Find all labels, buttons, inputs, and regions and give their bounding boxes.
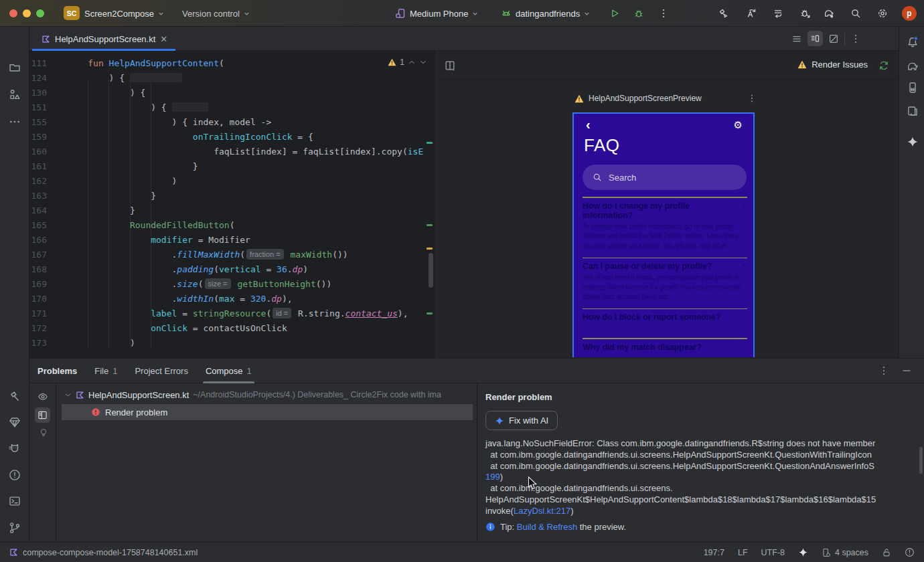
build-tool-icon[interactable] [9, 390, 21, 402]
preview-options-icon[interactable] [747, 94, 757, 103]
file-encoding[interactable]: UTF-8 [761, 548, 785, 557]
project-selector[interactable]: Screen2Compose [84, 0, 164, 27]
window-close-button[interactable] [9, 9, 17, 17]
line-number: 124 [29, 71, 47, 86]
faq-answer: To change your profile information, go t… [583, 222, 747, 252]
gemini-ai-icon[interactable] [907, 136, 919, 148]
run-configuration-selector[interactable]: datingandfriends [501, 0, 590, 27]
panel-options-icon[interactable] [878, 365, 889, 376]
faq-item[interactable]: Why did my match disappear?⌄ [583, 338, 747, 357]
prev-problem-icon[interactable] [408, 58, 416, 66]
gradle-tool-icon[interactable] [907, 60, 919, 72]
code-line: 160faqList[index] = faqList[index].copy(… [29, 145, 434, 159]
vcs-menu[interactable]: Version control [182, 0, 250, 27]
stack-trace-link[interactable]: LazyDsl.kt:217 [514, 506, 570, 516]
window-minimize-button[interactable] [23, 9, 31, 17]
details-scrollbar[interactable] [919, 447, 923, 474]
editor-tab[interactable]: HelpAndSupportScreen.kt ✕ [32, 27, 175, 51]
lightbulb-icon[interactable] [38, 428, 49, 438]
structure-tool-icon[interactable] [9, 88, 21, 100]
chevron-down-icon[interactable] [64, 391, 72, 399]
warning-icon [797, 60, 807, 69]
gradle-sync-icon[interactable] [824, 8, 834, 19]
notifications-icon[interactable] [907, 36, 919, 48]
line-separator[interactable]: LF [738, 548, 748, 557]
refresh-preview-icon[interactable] [878, 60, 889, 71]
avatar[interactable]: p [902, 6, 917, 21]
next-problem-icon[interactable] [419, 58, 427, 66]
render-issues-button[interactable]: Render Issues [797, 60, 868, 70]
window-zoom-button[interactable] [36, 9, 44, 17]
caret-position[interactable]: 197:7 [704, 548, 724, 557]
render-problem-row[interactable]: Render problem [62, 404, 473, 420]
folded-region[interactable] [172, 102, 208, 112]
more-tool-windows-icon[interactable] [9, 116, 21, 128]
inspection-widget[interactable]: 1 [388, 58, 427, 67]
fix-with-ai-button[interactable]: Fix with AI [485, 411, 558, 430]
faq-item[interactable]: How do I change my profile information?⌃… [583, 197, 747, 252]
indent-setting[interactable]: 4 spaces [822, 548, 868, 557]
problems-tool-icon[interactable] [9, 469, 21, 481]
running-devices-icon[interactable] [907, 82, 919, 94]
preview-view-icon[interactable] [828, 33, 839, 44]
split-view-toggle[interactable] [807, 31, 823, 46]
line-number: 151 [29, 100, 47, 115]
build-icon[interactable] [718, 8, 728, 19]
ai-status-icon[interactable] [798, 547, 808, 557]
code-line: 170.widthIn(max = 320.dp), [29, 292, 434, 306]
statusbar-file[interactable]: compose-compose-model-1758748140651.xml [9, 548, 198, 557]
problems-tab-project-errors[interactable]: Project Errors [135, 359, 187, 383]
run-button[interactable] [609, 8, 620, 19]
faq-search-bar[interactable]: Search [583, 165, 747, 190]
faq-item[interactable]: How do I block or report someone?⌄ [583, 308, 747, 333]
code-editor[interactable]: 111fun HelpAndSupportContent(124) {130) … [29, 51, 434, 358]
profiler-icon[interactable] [800, 8, 811, 19]
search-icon[interactable] [850, 8, 861, 19]
project-tool-icon[interactable] [9, 62, 21, 74]
device-explorer-icon[interactable] [907, 105, 919, 117]
back-icon[interactable]: ‹ [586, 118, 591, 131]
faq-question: Why did my match disappear? [583, 343, 702, 352]
settings-icon[interactable] [877, 8, 888, 19]
line-number: 173 [29, 336, 47, 351]
mouse-cursor [528, 476, 538, 491]
code-view-icon[interactable] [791, 33, 802, 44]
unlocked-icon[interactable] [882, 548, 891, 557]
line-number: 155 [29, 115, 47, 130]
editor-options-icon[interactable] [850, 33, 861, 44]
warning-icon [574, 94, 584, 103]
ai-code-completion-icon[interactable] [746, 8, 757, 19]
code-line: 169.size(size = getButtonHeight()) [29, 277, 434, 292]
event-log-icon[interactable] [905, 547, 915, 557]
warning-count: 1 [400, 58, 404, 67]
debug-button[interactable] [633, 8, 644, 19]
faq-answer [583, 354, 747, 358]
filter-eye-icon[interactable] [37, 391, 48, 402]
problems-file-row[interactable]: HelpAndSupportScreen.kt ~/AndroidStudioP… [56, 387, 477, 403]
build-refresh-link[interactable]: Build & Refresh [517, 522, 577, 532]
details-view-toggle[interactable] [35, 407, 50, 423]
editor-scrollbar[interactable] [429, 253, 433, 288]
history-icon[interactable] [773, 8, 783, 19]
minimize-panel-icon[interactable] [901, 365, 912, 376]
settings-gear-icon[interactable]: ⚙ [734, 119, 743, 131]
more-actions-icon[interactable] [658, 8, 669, 19]
device-selector[interactable]: Medium Phone [395, 0, 478, 27]
tab-close-icon[interactable]: ✕ [160, 35, 167, 43]
terminal-tool-icon[interactable] [9, 495, 21, 507]
faq-list: How do I change my profile information?⌃… [583, 197, 747, 357]
layout-mode-icon[interactable] [445, 60, 455, 71]
preview-title-row[interactable]: HelpAndSupportScreenPreview [574, 94, 757, 103]
logcat-tool-icon[interactable] [9, 442, 21, 454]
faq-item[interactable]: Can I pause or delete my profile?⌃Yes. I… [583, 258, 747, 302]
git-tool-icon[interactable] [9, 522, 21, 534]
problems-tab-file[interactable]: File1 [94, 359, 117, 383]
preview-phone-frame[interactable]: ‹ ⚙ FAQ Search How do I change my profil… [572, 112, 755, 357]
app-quality-insights-icon[interactable] [9, 416, 21, 428]
folded-region[interactable] [130, 73, 182, 82]
render-problem-label: Render problem [105, 407, 167, 417]
problems-tree[interactable]: HelpAndSupportScreen.kt ~/AndroidStudioP… [56, 383, 477, 542]
stack-trace-link[interactable]: 199 [485, 472, 500, 482]
faq-chevron-icon: ⌄ [742, 314, 747, 321]
problems-tab-compose[interactable]: Compose1 [206, 359, 252, 383]
